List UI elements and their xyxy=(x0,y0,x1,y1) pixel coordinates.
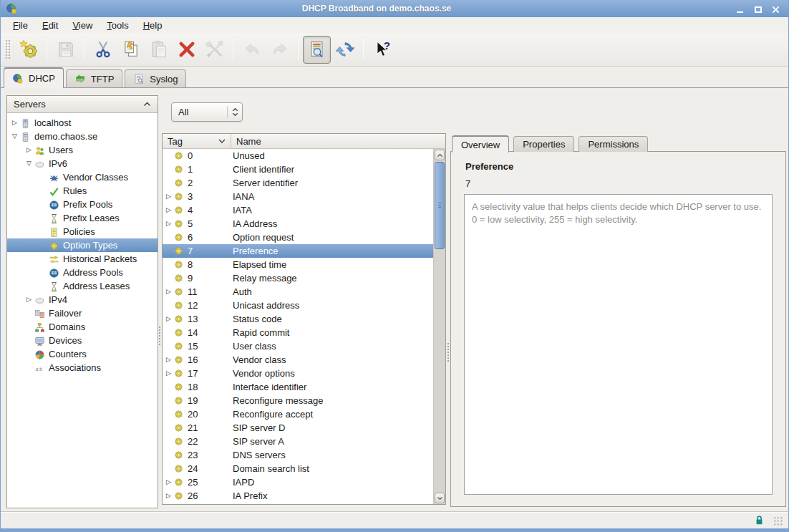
scrollbar-thumb[interactable] xyxy=(435,162,445,249)
tree-item-historical-packets[interactable]: Historical Packets xyxy=(7,252,158,266)
option-row-24[interactable]: 24Domain search list xyxy=(163,462,433,475)
option-row-12[interactable]: 12Unicast address xyxy=(163,299,433,312)
tab-dhcp[interactable]: DHCP xyxy=(4,67,64,88)
scroll-down-button[interactable] xyxy=(435,493,445,503)
option-row-3[interactable]: ▷3IANA xyxy=(163,190,433,203)
option-row-4[interactable]: ▷4IATA xyxy=(163,203,433,217)
tree-item-failover[interactable]: Failover xyxy=(7,306,158,320)
collapse-arrow-icon[interactable]: ▽ xyxy=(10,130,19,143)
option-row-19[interactable]: 19Reconfigure message xyxy=(163,394,433,407)
expand-arrow-icon[interactable]: ▷ xyxy=(164,217,173,231)
expand-arrow-icon[interactable]: ▷ xyxy=(164,367,173,380)
detail-tab-permissions[interactable]: Permissions xyxy=(579,136,648,152)
toolbar-wizard-gear-button[interactable] xyxy=(14,36,42,64)
toolbar-paste-button[interactable] xyxy=(145,36,173,64)
tab-syslog[interactable]: Syslog xyxy=(125,69,186,87)
toolbar-tools-button[interactable] xyxy=(200,36,228,64)
tree-item-demo-chaos-se[interactable]: ▽demo.chaos.se xyxy=(7,130,158,143)
option-row-17[interactable]: ▷17Vendor options xyxy=(163,367,433,380)
toolbar-copy-button[interactable] xyxy=(117,36,145,64)
option-row-0[interactable]: 0Unused xyxy=(163,149,433,163)
toolbar-save-button[interactable] xyxy=(52,36,79,64)
tree-item-prefix-leases[interactable]: Prefix Leases xyxy=(7,211,158,225)
toolbar-cut-button[interactable] xyxy=(89,36,117,64)
tree-item-devices[interactable]: Devices xyxy=(7,334,158,347)
option-row-18[interactable]: 18Interface identifier xyxy=(163,380,433,394)
toolbar-preview-button[interactable] xyxy=(303,36,331,64)
collapse-arrow-icon[interactable]: ▽ xyxy=(24,157,34,170)
menu-help[interactable]: Help xyxy=(136,19,170,32)
expand-arrow-icon[interactable]: ▷ xyxy=(164,489,173,503)
tree-item-localhost[interactable]: ▷localhost xyxy=(7,116,158,130)
detail-tab-overview[interactable]: Overview xyxy=(452,135,509,153)
option-row-5[interactable]: ▷5IA Address xyxy=(163,217,433,231)
collapse-panel-icon[interactable] xyxy=(143,102,151,107)
tree-item-address-leases[interactable]: Address Leases xyxy=(7,279,158,293)
column-header-tag[interactable]: Tag xyxy=(163,134,231,148)
tree-item-prefix-pools[interactable]: Prefix Pools xyxy=(7,198,158,211)
menu-view[interactable]: View xyxy=(65,19,100,32)
option-row-16[interactable]: ▷16Vendor class xyxy=(163,353,433,367)
option-row-21[interactable]: 21SIP server D xyxy=(163,421,433,435)
option-row-23[interactable]: 23DNS servers xyxy=(163,448,433,462)
menu-file[interactable]: File xyxy=(6,19,35,32)
option-row-1[interactable]: 1Client identifier xyxy=(163,163,433,176)
option-row-6[interactable]: 6Option request xyxy=(163,231,433,244)
tree-item-domains[interactable]: Domains xyxy=(7,320,158,334)
option-description-box[interactable]: A selectivity value that helps clients d… xyxy=(464,194,773,495)
tree-item-option-types[interactable]: Option Types xyxy=(7,238,158,252)
tree-item-vendor-classes[interactable]: Vendor Classes xyxy=(7,170,158,184)
menu-tools[interactable]: Tools xyxy=(100,19,135,32)
option-row-20[interactable]: 20Reconfigure accept xyxy=(163,407,433,421)
expand-arrow-icon[interactable]: ▷ xyxy=(10,116,19,130)
tree-item-address-pools[interactable]: Address Pools xyxy=(7,266,158,279)
tree-item-policies[interactable]: Policies xyxy=(7,225,158,238)
detail-splitter[interactable] xyxy=(447,342,450,362)
expand-arrow-icon[interactable]: ▷ xyxy=(164,190,173,203)
option-row-8[interactable]: 8Elapsed time xyxy=(163,258,433,271)
option-row-7[interactable]: 7Preference xyxy=(163,244,433,258)
filter-dropdown[interactable]: All xyxy=(171,102,243,122)
expand-arrow-icon[interactable]: ▷ xyxy=(164,312,173,326)
option-row-13[interactable]: ▷13Status code xyxy=(163,312,433,326)
toolbar-delete-button[interactable] xyxy=(173,36,200,64)
toolbar-undo-button[interactable] xyxy=(238,36,266,64)
expand-arrow-icon[interactable]: ▷ xyxy=(164,285,173,299)
maximize-button[interactable] xyxy=(753,4,763,14)
toolbar-refresh-button[interactable] xyxy=(331,36,359,64)
option-row-9[interactable]: 9Relay message xyxy=(163,271,433,285)
resize-grip[interactable] xyxy=(773,516,783,526)
tree-item-ipv6[interactable]: ▽IPv6 xyxy=(7,157,158,170)
option-row-14[interactable]: 14Rapid commit xyxy=(163,326,433,339)
expand-arrow-icon[interactable]: ▷ xyxy=(164,475,173,489)
sidebar-splitter[interactable] xyxy=(158,326,162,346)
expand-arrow-icon[interactable]: ▷ xyxy=(24,293,34,306)
tree-item-associations[interactable]: a:bAssociations xyxy=(7,361,158,374)
scroll-up-button[interactable] xyxy=(435,150,445,160)
option-tag: 20 xyxy=(188,409,233,420)
toolbar-redo-button[interactable] xyxy=(266,36,294,64)
option-row-26[interactable]: ▷26IA Prefix xyxy=(163,489,433,503)
menu-edit[interactable]: Edit xyxy=(35,19,65,32)
option-row-2[interactable]: 2Server identifier xyxy=(163,176,433,190)
close-button[interactable] xyxy=(771,4,780,14)
option-row-15[interactable]: 15User class xyxy=(163,339,433,353)
option-row-11[interactable]: ▷11Auth xyxy=(163,285,433,299)
minimize-button[interactable] xyxy=(735,4,745,14)
servers-header[interactable]: Servers xyxy=(7,96,158,113)
option-row-22[interactable]: 22SIP server A xyxy=(163,435,433,448)
detail-tab-properties[interactable]: Properties xyxy=(513,136,574,152)
tree-item-counters[interactable]: Counters xyxy=(7,347,158,361)
tree-item-users[interactable]: ▷Users xyxy=(7,143,158,157)
toolbar-drag-handle[interactable] xyxy=(5,39,11,59)
expand-arrow-icon[interactable]: ▷ xyxy=(164,353,173,367)
column-header-name[interactable]: Name xyxy=(231,134,445,148)
list-scrollbar[interactable] xyxy=(433,149,445,504)
tree-item-rules[interactable]: Rules xyxy=(7,184,158,198)
expand-arrow-icon[interactable]: ▷ xyxy=(164,203,173,217)
option-row-25[interactable]: ▷25IAPD xyxy=(163,475,433,489)
expand-arrow-icon[interactable]: ▷ xyxy=(24,143,34,157)
tab-tftp[interactable]: TFTP xyxy=(66,69,123,87)
tree-item-ipv4[interactable]: ▷IPv4 xyxy=(7,293,158,306)
toolbar-help-pointer-button[interactable]: ? xyxy=(368,36,396,64)
